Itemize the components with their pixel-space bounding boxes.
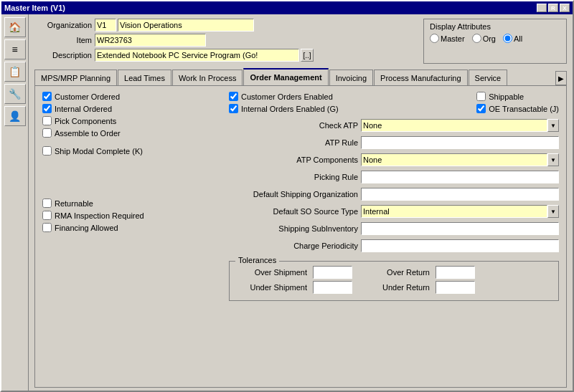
title-bar-buttons: _ R X <box>537 4 570 12</box>
atp-rule-input[interactable] <box>361 136 559 149</box>
check-atp-label: Check ATP <box>229 121 358 130</box>
cb-customer-ordered[interactable]: Customer Ordered <box>42 92 229 101</box>
cb-internal-orders-enabled[interactable]: Internal Orders Enabled (G) <box>229 104 339 113</box>
user-icon: 👤 <box>9 110 21 122</box>
user-button[interactable]: 👤 <box>4 106 26 126</box>
cb-pick-components[interactable]: Pick Components <box>42 116 229 125</box>
column-2-3: Customer Orders Enabled Internal Orders … <box>229 92 559 301</box>
over-return-input[interactable] <box>436 266 475 279</box>
tabs-container: MPS/MRP Planning Lead Times Work In Proc… <box>34 68 567 85</box>
restore-button[interactable]: R <box>548 4 558 12</box>
tab-lead-times[interactable]: Lead Times <box>118 70 171 85</box>
cb-oe-transactable-input[interactable] <box>476 104 486 113</box>
cb-pick-components-input[interactable] <box>42 116 52 125</box>
atp-components-btn[interactable]: ▼ <box>547 153 559 166</box>
row-default-shipping-org: Default Shipping Organization <box>229 188 559 201</box>
over-shipment-input[interactable] <box>313 266 352 279</box>
header-section: Organization Item Description [ <box>34 19 567 64</box>
radio-org[interactable]: Org <box>472 34 496 43</box>
display-attrs-radio-row: Master Org All <box>430 34 560 43</box>
default-so-source-dropdown: ▼ <box>361 205 559 218</box>
main-content: 🏠 ≡ 📋 🔧 👤 Organization <box>1 14 573 391</box>
list-icon: ≡ <box>11 44 17 55</box>
under-return-input[interactable] <box>436 281 475 294</box>
cb-returnable-input[interactable] <box>42 199 52 208</box>
cb-internal-ordered-input[interactable] <box>42 104 52 113</box>
charge-periodicity-input[interactable] <box>361 239 559 252</box>
cb-shippable-input[interactable] <box>476 92 486 101</box>
default-shipping-org-input[interactable] <box>361 188 559 201</box>
doc-icon: 📋 <box>9 66 21 77</box>
tab-scroll-right-button[interactable]: ▶ <box>555 71 567 85</box>
org-label: Organization <box>34 21 92 29</box>
column-1: Customer Ordered Internal Ordered Pick C… <box>42 92 229 301</box>
picking-rule-input[interactable] <box>361 171 559 183</box>
cb-rma-input[interactable] <box>42 211 52 220</box>
tab-mps-mrp[interactable]: MPS/MRP Planning <box>34 70 117 85</box>
tolerances-box: Tolerances Over Shipment Over Return Und… <box>229 261 559 301</box>
desc-row: Description [..] <box>34 49 416 62</box>
minimize-button[interactable]: _ <box>537 4 547 12</box>
item-row: Item <box>34 34 416 47</box>
cb-assemble-to-order-input[interactable] <box>42 128 52 138</box>
row-picking-rule: Picking Rule <box>229 171 559 183</box>
org-name-input[interactable] <box>118 19 254 32</box>
cb-ship-modal[interactable]: Ship Modal Complete (K) <box>42 146 229 156</box>
cb-internal-orders-enabled-input[interactable] <box>229 104 238 113</box>
row-charge-periodicity: Charge Periodicity <box>229 239 559 252</box>
radio-all-input[interactable] <box>503 34 512 43</box>
order-management-content: Customer Ordered Internal Ordered Pick C… <box>34 85 567 388</box>
form-fields: Organization Item Description [ <box>34 19 416 64</box>
settings-button[interactable]: 🔧 <box>4 84 26 104</box>
row-atp-rule: ATP Rule <box>229 136 559 149</box>
cb-assemble-to-order[interactable]: Assemble to Order <box>42 128 229 138</box>
ellipsis-icon: [..] <box>303 52 311 59</box>
cb-financing-input[interactable] <box>42 223 52 232</box>
cb-customer-orders-enabled-input[interactable] <box>229 92 238 101</box>
check-atp-btn[interactable]: ▼ <box>547 119 559 132</box>
cb-financing[interactable]: Financing Allowed <box>42 223 229 232</box>
tab-work-in-process[interactable]: Work In Process <box>172 70 243 85</box>
form-rows: Check ATP ▼ ATP Rule <box>229 119 559 255</box>
default-so-source-input[interactable] <box>361 205 547 218</box>
list-button[interactable]: ≡ <box>4 39 26 59</box>
cb-shippable[interactable]: Shippable <box>476 92 559 101</box>
radio-master-input[interactable] <box>430 34 439 43</box>
atp-components-input[interactable] <box>361 153 547 166</box>
tolerances-title: Tolerances <box>235 256 279 264</box>
tab-invoicing[interactable]: Invoicing <box>329 70 373 85</box>
cb-ship-modal-input[interactable] <box>42 146 52 156</box>
radio-all[interactable]: All <box>503 34 522 43</box>
check-atp-input[interactable] <box>361 119 547 132</box>
org-code-input[interactable] <box>95 19 116 32</box>
tab-service[interactable]: Service <box>469 70 508 85</box>
cb-internal-ordered[interactable]: Internal Ordered <box>42 104 229 113</box>
under-shipment-input[interactable] <box>313 281 352 294</box>
item-input[interactable] <box>95 34 206 47</box>
doc-button[interactable]: 📋 <box>4 62 26 82</box>
org-row: Organization <box>34 19 416 32</box>
atp-components-dropdown: ▼ <box>361 153 559 166</box>
row-check-atp: Check ATP ▼ <box>229 119 559 132</box>
radio-master[interactable]: Master <box>430 34 465 43</box>
cb-customer-orders-enabled[interactable]: Customer Orders Enabled <box>229 92 339 101</box>
display-attrs-box: Display Attributes Master Org All <box>423 19 567 64</box>
radio-org-input[interactable] <box>472 34 481 43</box>
desc-popup-button[interactable]: [..] <box>301 49 314 62</box>
home-button[interactable]: 🏠 <box>4 17 26 37</box>
under-shipment-label: Under Shipment <box>235 283 307 292</box>
close-button[interactable]: X <box>560 4 570 12</box>
default-so-source-btn[interactable]: ▼ <box>547 205 559 218</box>
cb-returnable[interactable]: Returnable <box>42 199 229 208</box>
picking-rule-label: Picking Rule <box>229 173 358 181</box>
cb-customer-ordered-input[interactable] <box>42 92 52 101</box>
desc-input[interactable] <box>95 49 299 62</box>
tab-process-manufacturing[interactable]: Process Manufacturing <box>374 70 468 85</box>
shipping-subinventory-input[interactable] <box>361 222 559 235</box>
cb-oe-transactable[interactable]: OE Transactable (J) <box>476 104 559 113</box>
col3-checks: Shippable OE Transactable (J) <box>476 92 559 116</box>
cb-rma[interactable]: RMA Inspection Required <box>42 211 229 220</box>
left-toolbar: 🏠 ≡ 📋 🔧 👤 <box>1 14 29 391</box>
tab-order-management[interactable]: Order Management <box>243 68 328 85</box>
settings-icon: 🔧 <box>9 88 21 100</box>
